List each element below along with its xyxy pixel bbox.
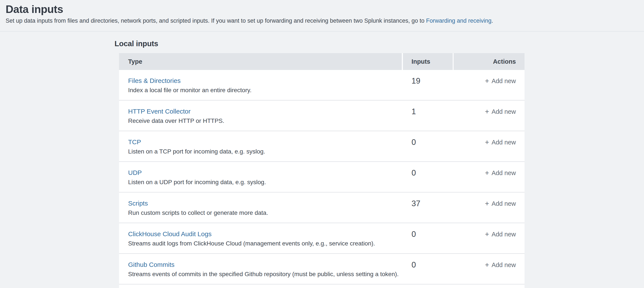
- table-body: Files & Directories Index a local file o…: [119, 70, 524, 284]
- forwarding-and-receiving-link[interactable]: Forwarding and receiving: [426, 18, 492, 24]
- input-type-link[interactable]: TCP: [128, 138, 141, 146]
- type-cell: Scripts Run custom scripts to collect or…: [119, 193, 403, 223]
- input-type-description: Listen on a TCP port for incoming data, …: [128, 147, 403, 156]
- actions-cell: +Add new: [454, 131, 524, 161]
- plus-icon: +: [485, 261, 489, 268]
- input-type-description: Run custom scripts to collect or generat…: [128, 209, 403, 217]
- type-cell: UDP Listen on a UDP port for incoming da…: [119, 162, 403, 192]
- page-subtitle: Set up data inputs from files and direct…: [6, 17, 644, 25]
- type-cell: HTTP Event Collector Receive data over H…: [119, 101, 403, 131]
- plus-icon: +: [485, 169, 489, 177]
- table-row: TCP Listen on a TCP port for incoming da…: [119, 131, 524, 162]
- input-type-link[interactable]: Github Commits: [128, 260, 174, 269]
- page-subtitle-period: .: [492, 18, 493, 24]
- add-new-link[interactable]: +Add new: [485, 230, 516, 238]
- plus-icon: +: [485, 230, 489, 238]
- inputs-count: 37: [403, 193, 454, 223]
- plus-icon: +: [485, 199, 489, 207]
- inputs-count: 0: [403, 254, 454, 284]
- table-row: Github Commits Streams events of commits…: [119, 254, 524, 284]
- actions-cell: +Add new: [454, 254, 524, 284]
- add-new-link[interactable]: +Add new: [485, 261, 516, 269]
- add-new-label: Add new: [492, 169, 516, 177]
- input-type-description: Streams audit logs from ClickHouse Cloud…: [128, 239, 403, 248]
- input-type-link[interactable]: Files & Directories: [128, 77, 180, 85]
- table-row: Files & Directories Index a local file o…: [119, 70, 524, 101]
- add-new-link[interactable]: +Add new: [485, 200, 516, 207]
- inputs-count: 0: [403, 131, 454, 161]
- column-header-actions: Actions: [454, 53, 524, 70]
- type-cell: TCP Listen on a TCP port for incoming da…: [119, 131, 403, 161]
- inputs-count: 0: [403, 162, 454, 192]
- type-cell: Files & Directories Index a local file o…: [119, 70, 403, 100]
- page-header: Data inputs Set up data inputs from file…: [0, 0, 644, 32]
- input-type-link[interactable]: ClickHouse Cloud Audit Logs: [128, 230, 212, 238]
- actions-cell: +Add new: [454, 70, 524, 100]
- input-type-link[interactable]: UDP: [128, 169, 142, 177]
- inputs-count: 1: [403, 101, 454, 131]
- table-row: HTTP Event Collector Receive data over H…: [119, 101, 524, 131]
- table-row: ClickHouse Cloud Audit Logs Streams audi…: [119, 223, 524, 254]
- inputs-count: 0: [403, 223, 454, 253]
- add-new-label: Add new: [492, 138, 516, 146]
- type-cell: ClickHouse Cloud Audit Logs Streams audi…: [119, 223, 403, 253]
- plus-icon: +: [485, 108, 489, 115]
- input-type-description: Listen on a UDP port for incoming data, …: [128, 178, 403, 186]
- input-type-link[interactable]: HTTP Event Collector: [128, 107, 191, 116]
- input-type-description: Streams events of commits in the specifi…: [128, 270, 403, 278]
- page-title: Data inputs: [6, 3, 644, 16]
- plus-icon: +: [485, 77, 489, 85]
- column-header-inputs: Inputs: [403, 53, 453, 70]
- actions-cell: +Add new: [454, 193, 524, 223]
- add-new-label: Add new: [492, 200, 516, 207]
- local-inputs-heading: Local inputs: [114, 39, 644, 48]
- add-new-link[interactable]: +Add new: [485, 138, 516, 146]
- input-type-link[interactable]: Scripts: [128, 199, 148, 207]
- table-row: UDP Listen on a UDP port for incoming da…: [119, 162, 524, 193]
- local-inputs-table: Type Inputs Actions Files & Directories …: [119, 53, 524, 288]
- type-cell: Github Commits Streams events of commits…: [119, 254, 403, 284]
- actions-cell: +Add new: [454, 101, 524, 131]
- add-new-label: Add new: [492, 108, 516, 116]
- add-new-label: Add new: [492, 230, 516, 238]
- add-new-link[interactable]: +Add new: [485, 169, 516, 177]
- input-type-description: Index a local file or monitor an entire …: [128, 86, 403, 94]
- table-row: Scripts Run custom scripts to collect or…: [119, 193, 524, 223]
- next-row-partial: [119, 284, 524, 288]
- inputs-count: 19: [403, 70, 454, 100]
- table-header-row: Type Inputs Actions: [119, 53, 524, 70]
- add-new-label: Add new: [492, 77, 516, 85]
- data-inputs-page: Data inputs Set up data inputs from file…: [0, 0, 644, 288]
- add-new-link[interactable]: +Add new: [485, 108, 516, 116]
- add-new-label: Add new: [492, 261, 516, 269]
- actions-cell: +Add new: [454, 162, 524, 192]
- add-new-link[interactable]: +Add new: [485, 77, 516, 85]
- page-subtitle-text: Set up data inputs from files and direct…: [6, 18, 426, 24]
- actions-cell: +Add new: [454, 223, 524, 253]
- plus-icon: +: [485, 138, 489, 146]
- input-type-description: Receive data over HTTP or HTTPS.: [128, 117, 403, 125]
- column-header-type: Type: [119, 53, 402, 70]
